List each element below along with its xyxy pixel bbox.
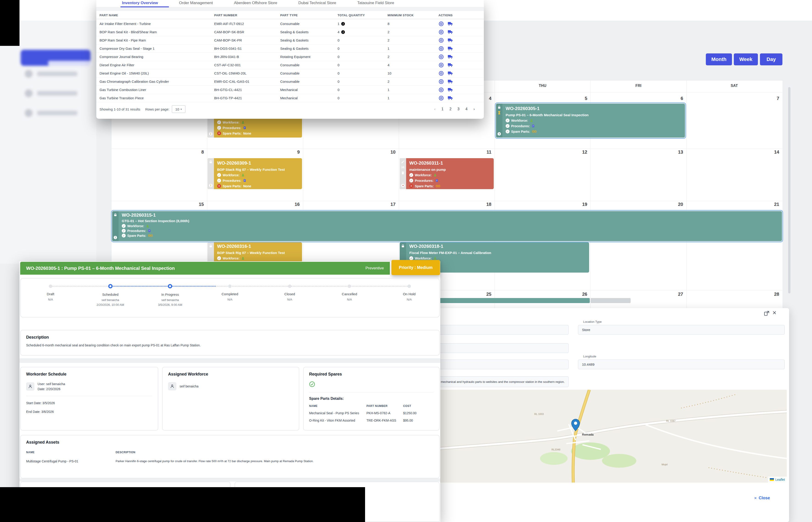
page-4-button[interactable]: 4 xyxy=(466,107,468,111)
order-truck-icon[interactable] xyxy=(448,29,453,35)
info-icon[interactable] xyxy=(114,236,117,239)
view-icon[interactable] xyxy=(438,87,444,93)
view-icon[interactable] xyxy=(438,46,444,51)
order-truck-icon[interactable] xyxy=(448,21,453,26)
view-icon[interactable] xyxy=(438,95,444,101)
view-icon[interactable] xyxy=(438,79,444,84)
day-number[interactable]: 14 xyxy=(766,149,779,155)
map-attribution[interactable]: Leaflet xyxy=(768,477,787,483)
table-row[interactable]: BOP Ram Seal Kit - Blind/Shear RamCAM-BO… xyxy=(96,28,484,36)
sidebar-primary-button[interactable] xyxy=(21,50,91,66)
table-row[interactable]: Gas Chromatograph Calibration Gas Cylind… xyxy=(96,78,484,86)
page-2-button[interactable]: 2 xyxy=(450,107,452,111)
view-icon[interactable] xyxy=(438,54,444,60)
info-icon[interactable] xyxy=(341,30,345,34)
tab-aberdeen-offshore-store[interactable]: Aberdeen Offshore Store xyxy=(234,0,277,5)
arrow-circle-icon[interactable] xyxy=(401,184,405,187)
view-icon[interactable] xyxy=(438,38,444,43)
close-button[interactable]: ✕ Close xyxy=(754,496,770,500)
order-truck-icon[interactable] xyxy=(448,87,453,93)
view-icon[interactable] xyxy=(438,71,444,76)
event-id: WO-20260315-1 xyxy=(122,213,779,218)
arrow-circle-icon[interactable] xyxy=(497,132,501,136)
next-page-button[interactable]: › xyxy=(474,107,475,111)
table-row[interactable]: BOP Ram Seal Kit - Pipe RamCAM-BOP-SK-PR… xyxy=(96,36,484,44)
day-number[interactable]: 17 xyxy=(382,202,396,207)
location-type-field[interactable]: Store xyxy=(578,325,785,335)
rows-per-page-select[interactable]: 10 xyxy=(172,105,185,113)
table-row[interactable]: Compressor Dry Gas Seal - Stage 1BH-DGS-… xyxy=(96,44,484,53)
sidebar-item[interactable] xyxy=(37,72,77,76)
tab-dubai-technical-store[interactable]: Dubai Technical Store xyxy=(298,0,336,5)
table-row[interactable]: Gas Turbine Combustion LinerBH-GTG-CL-44… xyxy=(96,86,484,94)
sidebar-item[interactable] xyxy=(37,91,77,96)
view-icon[interactable] xyxy=(438,62,444,68)
view-icon[interactable] xyxy=(438,29,444,35)
sidebar-item[interactable] xyxy=(37,111,77,115)
day-number[interactable]: 10 xyxy=(382,149,396,155)
day-number[interactable]: 21 xyxy=(766,202,779,207)
page-3-button[interactable]: 3 xyxy=(457,107,459,111)
prev-page-button[interactable]: ‹ xyxy=(434,107,435,111)
calendar-week-button[interactable]: Week xyxy=(734,54,758,65)
day-number[interactable]: 18 xyxy=(478,202,491,207)
page-1-button[interactable]: 1 xyxy=(441,107,443,111)
map[interactable]: RL 1003 RL 1087 RL3348 Mojel Remada Leaf… xyxy=(392,390,787,483)
calendar-event-wo-20260311-1[interactable]: WO-20260311-1 maintenance on pump Workfo… xyxy=(400,158,494,189)
document-icon xyxy=(243,179,246,182)
view-icon[interactable] xyxy=(438,21,444,26)
calendar-event-wo-20260315-1[interactable]: WO-20260315-1 GTG-01 – Hot Section Inspe… xyxy=(112,211,782,241)
day-number[interactable]: 6 xyxy=(669,96,683,101)
table-row[interactable]: Diesel Engine Oil - 15W40 (20L)CST-OIL-1… xyxy=(96,69,484,78)
document-icon xyxy=(532,124,535,128)
tab-order-management[interactable]: Order Management xyxy=(179,0,213,5)
check-icon xyxy=(217,120,221,124)
day-number[interactable]: 15 xyxy=(190,202,204,207)
calendar-day-button[interactable]: Day xyxy=(760,54,783,65)
day-number[interactable]: 19 xyxy=(574,202,587,207)
expand-icon[interactable] xyxy=(764,310,770,316)
day-number[interactable]: 9 xyxy=(286,149,300,155)
edit-icon[interactable] xyxy=(401,160,405,164)
table-row[interactable]: Compressor Journal BearingBH-JRN-0341-B … xyxy=(96,53,484,61)
day-number[interactable]: 16 xyxy=(286,202,300,207)
table-row[interactable]: Gas Turbine Transition PieceBH-GTG-TP-44… xyxy=(96,94,484,102)
order-truck-icon[interactable] xyxy=(448,79,453,84)
day-number[interactable]: 27 xyxy=(669,292,683,297)
order-truck-icon[interactable] xyxy=(448,46,453,51)
calendar-event-wo-20260305-1[interactable]: WO-20260305-1 Pump PS-01 – 6-Month Mecha… xyxy=(496,104,685,138)
tab-inventory-overview[interactable]: Inventory Overview xyxy=(122,0,158,5)
calendar-month-button[interactable]: Month xyxy=(706,54,732,65)
day-number[interactable]: 8 xyxy=(190,149,204,155)
document-icon xyxy=(435,179,438,182)
event-continuation-bar-muted[interactable] xyxy=(591,298,631,303)
assigned-workforce-card: Assigned Workforce seif benaicha xyxy=(162,367,299,430)
order-truck-icon[interactable] xyxy=(448,62,453,68)
day-number[interactable]: 25 xyxy=(478,292,491,297)
tab-tataouine-field-store[interactable]: Tataouine Field Store xyxy=(357,0,394,5)
order-truck-icon[interactable] xyxy=(448,54,453,60)
order-truck-icon[interactable] xyxy=(448,38,453,43)
delete-icon[interactable] xyxy=(401,171,405,175)
order-truck-icon[interactable] xyxy=(448,95,453,101)
day-number[interactable]: 28 xyxy=(766,292,779,297)
day-number[interactable]: 12 xyxy=(574,149,587,155)
day-number[interactable]: 20 xyxy=(669,202,683,207)
leaflet-link[interactable]: Leaflet xyxy=(775,478,785,481)
table-row[interactable]: Diesel Engine Air FilterCST-AF-C32-001 C… xyxy=(96,61,484,69)
day-header-fri: FRI xyxy=(615,84,661,88)
day-number[interactable]: 26 xyxy=(574,292,587,297)
panel-close-icon[interactable]: ✕ xyxy=(772,310,778,316)
day-number[interactable]: 5 xyxy=(574,96,587,101)
table-row[interactable]: Air Intake Filter Element - TurbineEMR-A… xyxy=(96,20,484,28)
day-number[interactable]: 11 xyxy=(478,149,491,155)
save-icon[interactable] xyxy=(401,165,405,169)
info-icon[interactable] xyxy=(341,22,345,26)
order-truck-icon[interactable] xyxy=(448,71,453,76)
longitude-field[interactable]: 10.4489 xyxy=(578,359,785,369)
calendar-event-wo-20260309-1[interactable]: WO-20260309-1 BOP Stack Rig 07 – Weekly … xyxy=(207,158,302,189)
info-icon[interactable] xyxy=(209,184,213,187)
calendar-scrollbar[interactable] xyxy=(788,87,790,294)
day-number[interactable]: 13 xyxy=(669,149,683,155)
day-number[interactable]: 7 xyxy=(766,96,779,101)
